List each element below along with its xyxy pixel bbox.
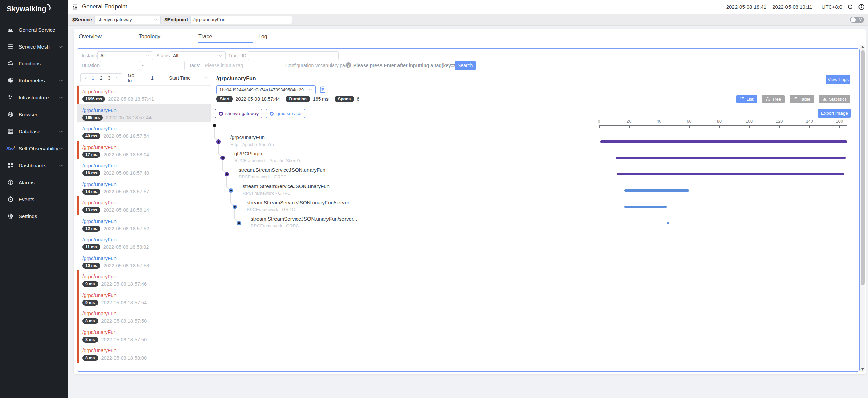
span-duration-bar[interactable] [600, 140, 847, 143]
trace-list-item[interactable]: /grpc/unaryFun12 ms2022-05-08 18:57:52 [77, 215, 211, 234]
trace-endpoint: /grpc/unaryFun [82, 89, 207, 94]
help-icon[interactable]: ? [346, 62, 351, 68]
tab-topology[interactable]: Topology [139, 29, 198, 43]
trace-list-item[interactable]: /grpc/unaryFun40 ms2022-05-08 18:57:54 [77, 122, 211, 141]
span-duration-bar[interactable] [667, 222, 669, 224]
sidebar-item-general-service[interactable]: General Service [0, 21, 68, 38]
span-dot[interactable] [225, 172, 229, 176]
scroll-up-icon[interactable] [861, 46, 864, 48]
sidebar-item-service-mesh[interactable]: Service Mesh [0, 38, 68, 55]
span-name[interactable]: stream.StreamServiceJSON.unaryFun [243, 183, 330, 189]
sort-select[interactable]: Start Time [166, 74, 211, 82]
trace-item-meta: 165 ms2022-05-08 18:57:44 [82, 115, 207, 121]
copy-trace-id-icon[interactable] [319, 86, 326, 93]
span-dot[interactable] [216, 139, 221, 144]
span-name[interactable]: /grpc/unaryFun [230, 134, 265, 140]
duration-max-input[interactable] [145, 61, 185, 70]
span-name[interactable]: stream.StreamServiceJSON.unaryFun/server… [251, 216, 357, 222]
service-legend: shenyu-gatewaygrpc-service [215, 109, 305, 118]
trace-endpoint: /grpc/unaryFun [82, 126, 207, 131]
trace-list-item[interactable]: /grpc/unaryFun9 ms2022-05-08 18:57:46 [77, 270, 211, 289]
vocabulary-link[interactable]: Configuration Vocabulary page [285, 63, 350, 68]
cloud-icon [7, 60, 14, 67]
trace-id-input[interactable] [248, 51, 339, 60]
time-range[interactable]: 2022-05-08 18:41 ~ 2022-05-08 19:11 [726, 4, 812, 10]
trace-id-select[interactable]: 1bc04d9244d349c0a74a14709349584e.294.165… [216, 85, 316, 94]
sidebar-item-label: Events [19, 196, 63, 202]
span-duration-bar[interactable] [616, 157, 846, 159]
span-dot[interactable] [233, 205, 237, 209]
stats-icon [822, 97, 827, 102]
collapse-menu-icon[interactable] [72, 4, 78, 10]
legend-chip-shenyu-gateway[interactable]: shenyu-gateway [215, 109, 262, 118]
sidebar-item-infrastructure[interactable]: Infrastructure [0, 89, 68, 106]
view-mode-table[interactable]: Table [790, 95, 814, 103]
service-select[interactable]: shenyu-gateway [94, 16, 161, 24]
span-name[interactable]: stream.StreamServiceJSON.unaryFun [238, 167, 325, 173]
trace-endpoint: /grpc/unaryFun [82, 292, 207, 298]
auto-refresh-toggle[interactable]: V [850, 17, 864, 23]
page-number-3[interactable]: 3 [105, 75, 113, 81]
status-select[interactable]: All [170, 51, 226, 60]
service-circle-icon [219, 112, 223, 116]
endpoint-input[interactable] [190, 16, 292, 24]
legend-chip-grpc-service[interactable]: grpc-service [266, 109, 305, 118]
sidebar-item-events[interactable]: Events [0, 191, 68, 208]
export-image-button[interactable]: Export image [818, 109, 851, 118]
sidebar-item-alarms[interactable]: Alarms [0, 174, 68, 191]
span-layer-label: RPCFramework - GRPC [238, 174, 287, 179]
trace-list-item[interactable]: /grpc/unaryFun8 ms2022-05-08 18:57:50 [77, 326, 211, 345]
tab-trace[interactable]: Trace [198, 29, 258, 43]
trace-list-item[interactable]: /grpc/unaryFun10 ms2022-05-08 18:57:58 [77, 252, 211, 271]
page-number-2[interactable]: 2 [97, 75, 105, 81]
trace-list-item[interactable]: /grpc/unaryFun13 ms2022-05-08 18:58:14 [77, 196, 211, 215]
timezone[interactable]: UTC+8:0 [822, 4, 842, 10]
refresh-icon[interactable] [847, 4, 853, 10]
spans-count: 6 [357, 96, 359, 102]
info-icon[interactable] [858, 4, 865, 10]
trace-list-item[interactable]: /grpc/unaryFun16 ms2022-05-08 18:57:48 [77, 159, 211, 178]
view-mode-list[interactable]: List [736, 95, 757, 103]
vertical-scrollbar[interactable] [860, 45, 865, 372]
trace-list-item[interactable]: /grpc/unaryFun11 ms2022-05-08 18:58:02 [77, 233, 211, 252]
scroll-down-icon[interactable] [861, 368, 864, 371]
tab-overview[interactable]: Overview [79, 29, 139, 43]
tags-input[interactable] [202, 61, 282, 70]
span-duration-bar[interactable] [624, 189, 689, 192]
view-logs-button[interactable]: View Logs [826, 75, 850, 84]
span-dot[interactable] [220, 156, 225, 160]
span-dot[interactable] [237, 221, 241, 225]
sidebar-item-browser[interactable]: Browser [0, 106, 68, 123]
sidebar-item-settings[interactable]: Settings [0, 208, 68, 225]
sidebar-item-database[interactable]: Database [0, 123, 68, 140]
tab-log[interactable]: Log [258, 29, 318, 43]
trace-item-meta: 40 ms2022-05-08 18:57:54 [82, 133, 207, 139]
sidebar-item-self-observability[interactable]: Sw)Self Observability [0, 140, 68, 157]
trace-list-item[interactable]: /grpc/unaryFun14 ms2022-05-08 18:57:57 [77, 178, 211, 197]
view-mode-statistics[interactable]: Statistics [819, 95, 850, 103]
span-duration-bar[interactable] [624, 206, 667, 208]
sidebar-item-functions[interactable]: Functions [0, 55, 68, 72]
duration-min-input[interactable] [100, 61, 140, 70]
trace-list-item[interactable]: /grpc/unaryFun8 ms2022-05-08 18:58:00 [77, 344, 211, 363]
trace-list-item[interactable]: /grpc/unaryFun8 ms2022-05-08 18:57:50 [77, 307, 211, 326]
page-number-1[interactable]: 1 [89, 75, 97, 81]
span-duration-bar[interactable] [617, 173, 844, 175]
span-name[interactable]: stream.StreamServiceJSON.unaryFun/server… [247, 200, 353, 205]
view-mode-tree[interactable]: Tree [762, 95, 785, 103]
next-page-icon[interactable]: › [113, 75, 120, 81]
instance-select[interactable]: All [97, 51, 153, 60]
sidebar-item-kubernetes[interactable]: Kubernetes [0, 72, 68, 89]
span-dot[interactable] [229, 188, 233, 193]
goto-page-input[interactable] [142, 74, 162, 82]
trace-list-item[interactable]: /grpc/unaryFun1696 ms2022-05-08 18:57:41 [77, 86, 211, 104]
trace-list-item[interactable]: /grpc/unaryFun165 ms2022-05-08 18:57:44 [77, 104, 211, 123]
trace-duration-badge: 40 ms [82, 133, 100, 139]
trace-list-item[interactable]: /grpc/unaryFun9 ms2022-05-08 18:57:54 [77, 289, 211, 308]
scrollbar-thumb[interactable] [861, 50, 865, 285]
span-name[interactable]: gRPCPlugin [234, 151, 262, 156]
trace-list-item[interactable]: /grpc/unaryFun17 ms2022-05-08 18:58:04 [77, 141, 211, 160]
prev-page-icon[interactable]: ‹ [83, 75, 89, 81]
sidebar-item-dashboards[interactable]: Dashboards [0, 157, 68, 174]
search-button[interactable]: Search [455, 61, 476, 70]
